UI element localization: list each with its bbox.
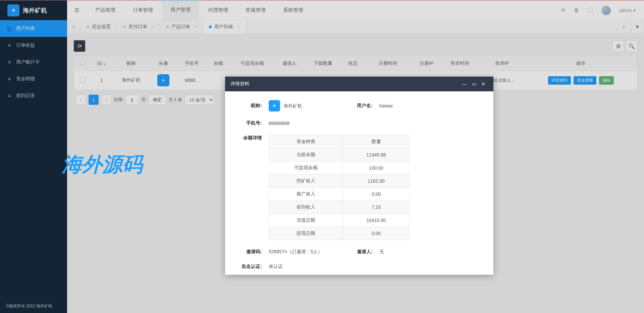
balance-amount: 7.23 [343,201,410,214]
value-inviter: 无 [379,249,384,255]
balance-table: 资金种类 数量 当前余额11345.88可提现余额100.00挖矿收入1182.… [269,135,410,240]
value-nick: ✦海外矿机 [269,100,302,111]
balance-amount: 1182.00 [343,175,410,188]
balance-type: 可提现余额 [269,162,343,175]
bal-header-type: 资金种类 [269,135,343,148]
label-inviter: 邀请人: [347,249,373,255]
bal-header-amount: 数量 [343,135,410,148]
balance-type: 提现总额 [269,227,343,240]
balance-type: 签到收入 [269,201,343,214]
value-username: haiwai [379,103,393,108]
balance-amount: 11345.88 [343,148,410,162]
balance-row: 可提现余额100.00 [269,162,410,175]
label-nick: 昵称: [236,103,262,109]
balance-amount: 100.00 [343,162,410,175]
maximize-icon[interactable]: ▭ [469,81,479,87]
label-invite: 邀请码: [236,249,262,255]
balance-type: 推广收入 [269,188,343,201]
value-verify: 未认证 [269,264,283,270]
balance-amount: 10410.00 [343,214,410,227]
balance-row: 签到收入7.23 [269,201,410,214]
label-balance: 余额详情 [236,135,262,141]
detail-modal: 详情资料 — ▭ ✕ 昵称: ✦海外矿机 用户名: haiwai 手机号: 88… [225,77,493,275]
modal-body: 昵称: ✦海外矿机 用户名: haiwai 手机号: 88888888 余额详情… [225,91,493,275]
balance-type: 当前余额 [269,148,343,162]
balance-row: 当前余额11345.88 [269,148,410,162]
balance-row: 充值总额10410.00 [269,214,410,227]
label-phone: 手机号: [236,120,262,126]
value-invite: 526857n（已邀请：5人） [269,249,322,255]
close-icon[interactable]: ✕ [479,81,488,87]
label-verify: 实名认证: [236,264,262,270]
modal-title: 详情资料 [230,81,249,87]
balance-type: 充值总额 [269,214,343,227]
modal-head: 详情资料 — ▭ ✕ [225,77,493,91]
balance-amount: 0.00 [343,188,410,201]
user-avatar-icon: ✦ [269,100,280,111]
minimize-icon[interactable]: — [460,81,469,87]
value-phone: 88888888 [269,121,289,126]
label-username: 用户名: [347,103,373,109]
balance-row: 挖矿收入1182.00 [269,175,410,188]
balance-row: 提现总额0.00 [269,227,410,240]
balance-amount: 0.00 [343,227,410,240]
balance-row: 推广收入0.00 [269,188,410,201]
balance-type: 挖矿收入 [269,175,343,188]
